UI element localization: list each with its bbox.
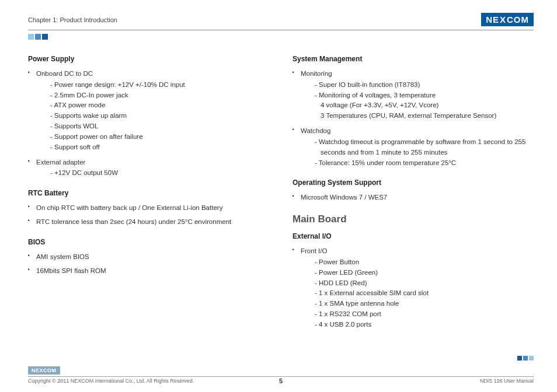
- sysmgmt-list: Monitoring - Super IO built-in function …: [293, 69, 534, 168]
- list-item: RTC tolerance less than 2sec (24 hours) …: [28, 217, 269, 228]
- chapter-label: Chapter 1: Product Introduction: [28, 16, 117, 23]
- section-extio: External I/O: [293, 232, 534, 240]
- content-columns: Power Supply Onboard DC to DC - Power ra…: [28, 55, 534, 341]
- list-item: External adapter: [28, 158, 269, 168]
- list-item: Onboard DC to DC: [28, 69, 269, 79]
- list-item: - Super IO built-in function (IT8783) - …: [293, 80, 534, 121]
- doc-title: NDiS 126 User Manual: [480, 378, 534, 384]
- list-item: AMI system BIOS: [28, 252, 269, 262]
- page-footer: NEXCOM Copyright © 2011 NEXCOM Internati…: [28, 366, 534, 384]
- list-item: Monitoring: [293, 69, 534, 79]
- header-divider: [28, 30, 534, 30]
- bios-list: AMI system BIOS 16Mbits SPI flash ROM: [28, 252, 269, 276]
- power-supply-list: Onboard DC to DC - Power range design: +…: [28, 69, 269, 178]
- main-board-heading: Main Board: [293, 214, 534, 225]
- list-item: 16Mbits SPI flash ROM: [28, 266, 269, 276]
- os-list: Microsoft Windows 7 / WES7: [293, 192, 534, 203]
- section-os: Operating System Support: [293, 178, 534, 187]
- extio-list: Front I/O - Power Button - Power LED (Gr…: [293, 246, 534, 330]
- section-rtc: RTC Battery: [28, 189, 269, 197]
- copyright-text: Copyright © 2011 NEXCOM International Co…: [28, 378, 194, 384]
- list-item: - Watchdog timeout is programmable by so…: [293, 137, 534, 168]
- page-header: Chapter 1: Product Introduction NEXCOM: [28, 13, 534, 26]
- page-number: 5: [279, 377, 283, 384]
- list-item: - +12V DC output 50W: [28, 168, 269, 178]
- section-sysmgmt: System Management: [293, 55, 534, 63]
- footer-decorative-squares: [517, 356, 534, 360]
- rtc-list: On chip RTC with battery back up / One E…: [28, 203, 269, 228]
- list-item: On chip RTC with battery back up / One E…: [28, 203, 269, 214]
- brand-logo: NEXCOM: [481, 13, 534, 26]
- list-item: - Power range design: +12V +/-10% DC inp…: [28, 80, 269, 153]
- list-item: - Power Button - Power LED (Green) - HDD…: [293, 257, 534, 330]
- list-item: Front I/O: [293, 246, 534, 257]
- list-item: Watchdog: [293, 126, 534, 136]
- right-column: System Management Monitoring - Super IO …: [293, 55, 534, 341]
- section-bios: BIOS: [28, 238, 269, 246]
- left-column: Power Supply Onboard DC to DC - Power ra…: [28, 55, 269, 341]
- section-power-supply: Power Supply: [28, 55, 269, 63]
- decorative-squares: [28, 34, 534, 40]
- footer-brand-logo: NEXCOM: [28, 366, 60, 374]
- list-item: Microsoft Windows 7 / WES7: [293, 192, 534, 203]
